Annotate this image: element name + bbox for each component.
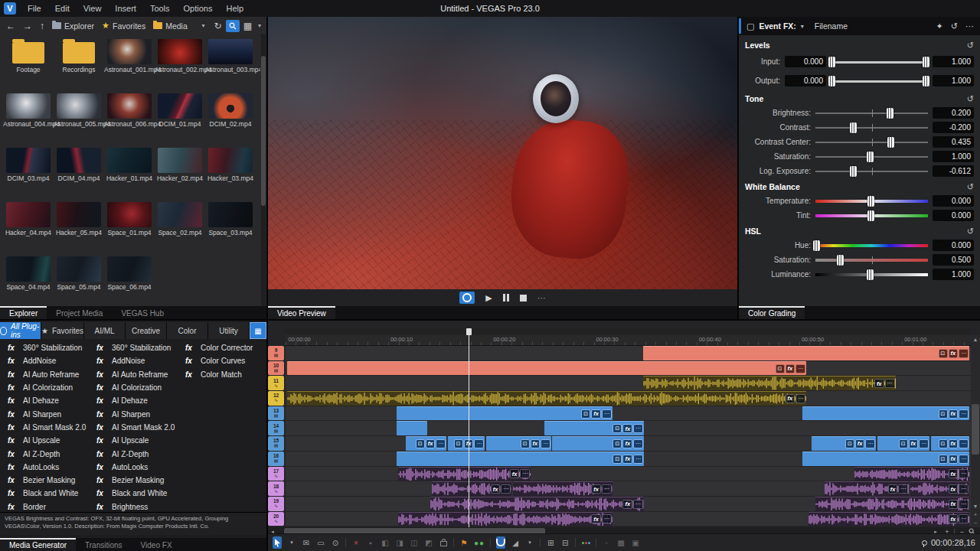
event-fx-button[interactable]: fx [531,439,541,448]
media-item[interactable]: Space_05.mp4 [54,254,104,306]
media-item[interactable]: Hacker_02.mp4 [155,145,205,198]
event-fx-button[interactable]: fx [786,364,795,373]
fx-value-box[interactable]: 0.200 [933,107,974,119]
plugin-item[interactable]: fxAI Upscale [89,434,178,447]
time-ruler[interactable]: 00:00:0000:00:1000:00:2000:00:3000:00:40… [286,335,971,346]
video-event[interactable]: ⊡fx⋯ [397,452,644,466]
section-reset-button[interactable]: ↺ [967,227,974,236]
event-fx-button[interactable]: fx [622,455,632,464]
favorites-button[interactable]: ★ Favorites [99,20,149,31]
video-event[interactable]: ⊡fx⋯ [448,436,485,451]
fx-slider[interactable] [831,57,928,67]
event-more-button[interactable]: ⋯ [885,379,895,388]
menu-tools[interactable]: Tools [143,0,177,17]
audio-event[interactable]: fx⋯ [398,467,531,481]
pan-crop-button[interactable]: ⊡ [939,439,948,448]
fx-slider-handle[interactable] [828,76,835,86]
event-more-button[interactable]: ⋯ [865,439,875,448]
event-more-button[interactable]: ⋯ [959,469,969,478]
track-lane[interactable]: ⊡fx⋯ [286,346,971,360]
video-event[interactable]: ⊡fx⋯ [877,436,929,451]
trim-end-button[interactable]: ◨ [395,536,404,549]
media-item[interactable]: DCIM_04.mp4 [54,145,104,198]
track-header[interactable]: 14▤ [268,421,284,435]
plugin-item[interactable]: fxAI Sharpen [0,407,89,420]
track-header[interactable]: 9▤ [268,346,284,360]
event-fx-button[interactable]: fx [591,514,601,523]
event-fx-button[interactable]: fx [949,439,959,448]
audio-event[interactable]: fx⋯ [398,512,612,527]
track-header[interactable]: 13▤ [268,406,284,421]
fx-value-box[interactable]: 0.000 [785,75,826,86]
event-more-button[interactable]: ⋯ [795,394,805,403]
pan-crop-button[interactable]: ⊡ [521,439,530,448]
media-item[interactable]: Astronaut_006.mp4 [104,91,155,144]
track-lane[interactable]: ⊡fx⋯ [286,361,971,376]
media-item[interactable]: DCIM_02.mp4 [205,91,256,144]
plugin-chain-icon[interactable]: ✦ [936,21,943,31]
event-fx-button[interactable]: fx [510,469,520,478]
fx-value-box[interactable]: 0.500 [933,254,974,266]
fx-slider-handle[interactable] [850,122,857,133]
explorer-view-button[interactable]: Explorer [49,21,97,31]
view-mode-caret[interactable]: ▾ [256,22,263,29]
pan-crop-button[interactable]: ⊡ [939,409,948,419]
plugin-tab-utility[interactable]: Utility [208,322,250,339]
event-more-button[interactable]: ⋯ [633,424,643,433]
plugin-item[interactable]: fx360° Stabilization [89,341,178,354]
fx-value-box[interactable]: 0.000 [785,56,826,67]
event-more-button[interactable]: ⋯ [959,455,969,464]
fx-value-box[interactable]: 0.435 [933,136,974,148]
media-item[interactable]: Hacker_03.mp4 [205,145,256,198]
event-fx-button[interactable]: fx [949,455,959,464]
tool-dropdown-caret[interactable]: ▾ [287,536,296,549]
pan-crop-button[interactable]: ⊡ [899,439,908,448]
media-item[interactable]: Hacker_01.mp4 [104,145,155,198]
event-more-button[interactable]: ⋯ [919,439,929,448]
video-event[interactable]: ⊡fx⋯ [397,406,612,421]
pause-button[interactable] [503,294,509,302]
menu-help[interactable]: Help [219,0,250,17]
fx-slider[interactable] [815,137,928,148]
plugin-tab-favorites[interactable]: ★Favorites [41,322,84,339]
fx-slider-handle[interactable] [867,210,874,221]
menu-file[interactable]: File [21,0,48,17]
event-fx-button[interactable]: fx [949,469,959,478]
event-more-button[interactable]: ⋯ [541,439,550,448]
menu-insert[interactable]: Insert [108,0,143,17]
pan-crop-button[interactable]: ⊡ [581,409,590,419]
event-pan-crop-button[interactable]: ⊞ [546,536,555,549]
fx-value-box[interactable]: 0.000 [933,240,974,251]
media-item[interactable]: Astronaut_005.mp4 [54,91,104,144]
pan-crop-button[interactable]: ⊡ [939,349,948,358]
tab-explorer[interactable]: Explorer [0,306,47,319]
fx-slider-handle[interactable] [887,137,894,148]
fx-value-box[interactable]: 1.000 [933,75,974,86]
audio-event[interactable]: fx⋯ [815,497,969,511]
plugin-item[interactable]: fxBezier Masking [0,474,89,487]
insert-marker-button[interactable]: ⚑ [459,536,469,549]
pan-crop-button[interactable]: ⊡ [845,439,854,448]
snapping-button[interactable] [496,536,505,549]
plugin-item[interactable]: fxAI Upscale [0,434,89,447]
event-more-button[interactable]: ⋯ [959,500,969,509]
media-item[interactable]: Space_04.mp4 [3,254,54,306]
insert-region-button[interactable]: ●● [474,536,485,549]
audio-event[interactable]: fx⋯ [643,376,895,390]
plugin-item[interactable]: fxAutoLooks [0,461,89,474]
media-item[interactable]: Recordings [54,37,104,90]
plugin-item[interactable]: fxAI Z-Depth [89,447,178,460]
preview-fx-button[interactable] [459,292,475,304]
video-event[interactable]: ⊡fx⋯ [406,436,447,451]
event-more-button[interactable]: ⋯ [959,349,969,358]
track-header[interactable]: 18∿ [268,481,284,496]
event-more-button[interactable]: ⋯ [633,455,643,464]
menu-view[interactable]: View [77,0,109,17]
video-event[interactable]: ⊡fx⋯ [812,436,876,451]
selection-tool-button[interactable] [273,536,282,549]
video-event[interactable]: ⊡fx⋯ [544,421,644,435]
event-fx-button[interactable]: fx [491,484,501,494]
fx-slider-handle[interactable] [887,108,893,119]
event-fx-button[interactable]: fx [622,424,632,433]
plugin-view-grid-button[interactable]: ▦ [250,322,266,339]
